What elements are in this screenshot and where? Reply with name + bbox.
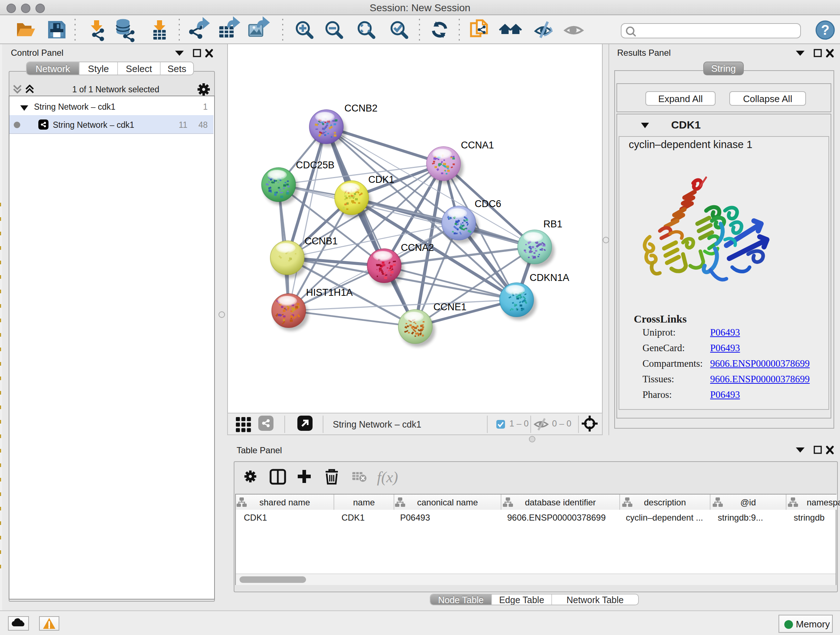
svg-text:CCNA1: CCNA1 (461, 140, 494, 150)
svg-text:CDC6: CDC6 (475, 198, 501, 209)
svg-text:CDKN1A: CDKN1A (530, 272, 569, 283)
svg-text:CCNA2: CCNA2 (401, 242, 434, 253)
svg-text:HIST1H1A: HIST1H1A (306, 287, 353, 298)
svg-text:f(x): f(x) (377, 469, 398, 486)
svg-text:CCNE1: CCNE1 (433, 302, 467, 312)
svg-text:CCNB2: CCNB2 (344, 103, 378, 114)
svg-text:CDC25B: CDC25B (296, 160, 335, 171)
svg-text:CCNB1: CCNB1 (305, 236, 338, 247)
svg-text:RB1: RB1 (543, 219, 562, 230)
svg-text:?: ? (821, 22, 829, 38)
svg-text:CDK1: CDK1 (368, 174, 394, 185)
